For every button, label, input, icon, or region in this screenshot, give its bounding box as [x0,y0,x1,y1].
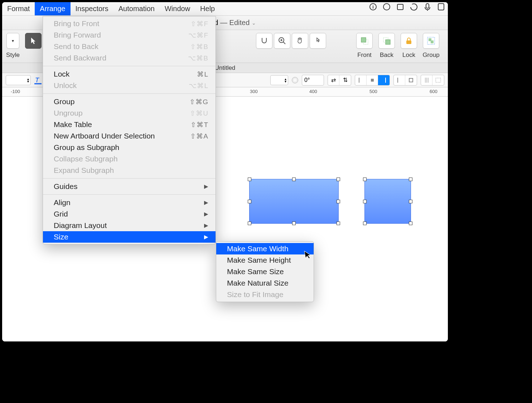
lock-button[interactable] [401,33,417,49]
info-icon[interactable]: i [368,2,378,11]
submenu-item-make-natural-size[interactable]: Make Natural Size [216,277,314,289]
menu-format[interactable]: Format [2,2,35,15]
selection-lines-icon[interactable] [421,75,432,85]
svg-text:T: T [35,77,40,84]
rotation-input[interactable]: 0° [302,75,324,86]
style-dropdown[interactable]: ▾ [6,33,19,49]
front-button[interactable] [356,33,373,49]
submenu-item-make-same-height[interactable]: Make Same Height [216,254,314,266]
group-label: Group [422,52,439,59]
snap-tool[interactable] [256,33,272,49]
menu-item-collapse-subgraph: Collapse Subgraph [43,153,216,165]
back-label: Back [380,52,393,59]
menu-item-send-backward: Send Backward⌥⌘B [43,52,216,64]
rotation-dial[interactable] [292,77,298,83]
ruler-tick: 400 [309,89,317,94]
menu-item-bring-to-front: Bring to Front⇧⌘F [43,18,216,29]
menu-inspectors[interactable]: Inspectors [71,2,113,15]
menu-item-align[interactable]: Align▶ [43,197,216,208]
align-right-icon[interactable] [378,75,390,85]
menu-window[interactable]: Window [160,2,195,15]
menu-automation[interactable]: Automation [113,2,160,15]
size-submenu: Make Same WidthMake Same HeightMake Same… [216,241,314,302]
font-size-stepper[interactable]: ▴▾ [6,75,31,85]
flip-controls[interactable]: ⇄ ⇅ [328,75,351,86]
text-color-icon[interactable]: T [34,76,42,84]
flip-horizontal-icon[interactable]: ⇄ [328,75,339,85]
svg-rect-24 [409,78,413,82]
menu-help[interactable]: Help [195,2,220,15]
flip-vertical-icon[interactable]: ⇅ [339,75,351,85]
calendar-icon[interactable] [396,2,405,11]
group-button[interactable] [423,33,439,49]
menu-item-ungroup: Ungroup⇧⌘U [43,107,216,119]
menu-item-diagram-layout[interactable]: Diagram Layout▶ [43,220,216,231]
chevron-down-icon[interactable]: ⌄ [252,20,256,26]
selection-marquee-icon[interactable] [432,75,444,85]
svg-rect-4 [426,4,429,8]
submenu-item-make-same-width[interactable]: Make Same Width [216,243,314,254]
menu-item-unlock: Unlock⌥⌘L [43,80,216,91]
shield-icon[interactable] [436,2,446,11]
selection-segment[interactable] [421,75,444,86]
ruler-tick: 300 [250,89,258,94]
menu-item-bring-forward: Bring Forward⌥⌘F [43,29,216,41]
doc-edited: Edited [229,19,250,27]
selected-shape-1[interactable] [249,179,339,224]
align-left-icon[interactable] [355,75,367,85]
selected-shape-2[interactable] [364,179,411,224]
cloud-icon[interactable] [382,2,391,11]
shape-line-icon[interactable] [394,75,405,85]
shape-square-icon[interactable] [405,75,417,85]
back-button[interactable] [378,33,395,49]
align-segment[interactable] [355,75,390,86]
svg-point-2 [383,4,390,10]
sync-icon[interactable] [409,2,419,11]
menu-item-new-artboard-under-selection[interactable]: New Artboard Under Selection⇧⌘A [43,130,216,142]
menubar: Format Arrange Inspectors Automation Win… [2,2,448,16]
svg-rect-21 [371,79,374,82]
front-label: Front [357,52,372,59]
menu-item-guides[interactable]: Guides▶ [43,181,216,192]
menu-item-group-as-subgraph[interactable]: Group as Subgraph [43,142,216,153]
menu-item-send-to-back: Send to Back⇧⌘B [43,41,216,52]
svg-line-7 [283,42,285,44]
style-label: Style [6,52,20,59]
mic-icon[interactable] [423,2,432,11]
menu-item-lock[interactable]: Lock⌘L [43,68,216,80]
lock-label: Lock [402,52,415,59]
svg-rect-28 [436,78,441,82]
click-tool[interactable] [310,33,326,49]
submenu-item-size-to-fit-image: Size to Fit Image [216,289,314,300]
submenu-item-make-same-size[interactable]: Make Same Size [216,266,314,277]
menu-item-size[interactable]: Size▶ [43,231,216,243]
arrange-menu: Bring to Front⇧⌘FBring Forward⌥⌘FSend to… [43,16,216,244]
menu-arrange[interactable]: Arrange [35,2,70,15]
menu-item-make-table[interactable]: Make Table⇧⌘T [43,119,216,130]
pan-tool[interactable] [292,33,308,49]
shape-segment[interactable] [393,75,417,86]
pointer-tool[interactable] [25,33,42,49]
svg-text:i: i [372,4,374,10]
menu-item-grid[interactable]: Grid▶ [43,208,216,220]
ruler-tick: 600 [430,89,437,94]
menu-item-expand-subgraph: Expand Subgraph [43,165,216,176]
stroke-stepper[interactable]: ▴▾ [270,75,288,85]
align-center-icon[interactable] [367,75,378,85]
svg-rect-14 [406,40,411,44]
menu-item-group[interactable]: Group⇧⌘G [43,96,216,107]
svg-rect-17 [431,40,434,43]
svg-rect-3 [397,4,403,10]
ruler-tick: -100 [11,89,20,94]
ruler-tick: 500 [369,89,377,94]
svg-rect-5 [438,4,444,10]
zoom-tool[interactable] [274,33,290,49]
